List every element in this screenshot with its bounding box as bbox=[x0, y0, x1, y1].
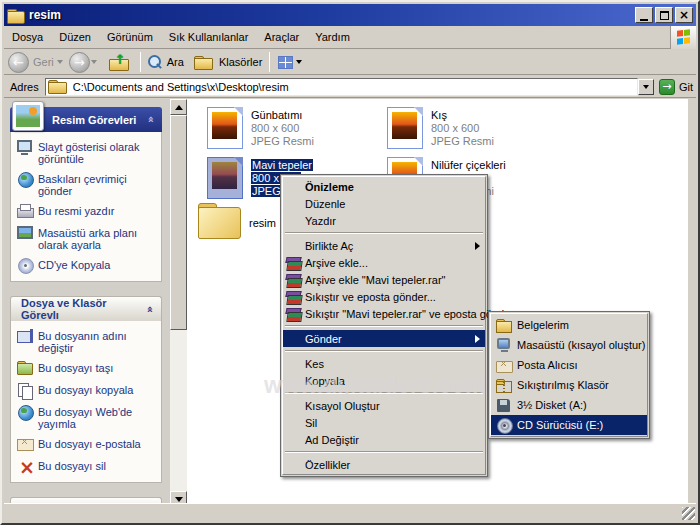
submenu-arrow-icon bbox=[475, 242, 480, 250]
wallpaper-icon bbox=[17, 226, 35, 241]
toolbar: ← Geri → ↑ Ara Klasörler bbox=[4, 50, 696, 75]
winrar-icon bbox=[286, 273, 300, 286]
cd-icon bbox=[17, 258, 35, 273]
search-label[interactable]: Ara bbox=[167, 56, 184, 68]
menu-item-kes[interactable]: Kes bbox=[283, 355, 485, 372]
menu-item-kopyala[interactable]: Kopyala bbox=[283, 372, 485, 389]
envelope-icon bbox=[17, 437, 35, 452]
go-button[interactable]: → Git bbox=[659, 79, 693, 95]
up-folder-button[interactable]: ↑ bbox=[109, 54, 129, 71]
menu-item-yazdir[interactable]: Yazdır bbox=[283, 212, 485, 229]
menu-duzen[interactable]: Düzen bbox=[51, 28, 99, 46]
sendto-posta-alicisi[interactable]: Posta Alıcısı bbox=[491, 355, 647, 375]
task-copy-file[interactable]: Bu dosyayı kopyala bbox=[17, 383, 157, 398]
menu-separator bbox=[285, 232, 483, 234]
file-name: Mavi tepeler bbox=[251, 159, 313, 171]
address-input[interactable]: C:\Documents and Settings\x\Desktop\resi… bbox=[45, 78, 638, 96]
toolbar-separator bbox=[269, 52, 270, 72]
task-email-file[interactable]: Bu dosyayı e-postala bbox=[17, 437, 157, 452]
menu-dosya[interactable]: Dosya bbox=[4, 28, 51, 46]
menu-item-gonder[interactable]: Gönder bbox=[283, 330, 485, 347]
file-tile-gunbatimi[interactable]: Günbatımı 800 x 600 JPEG Resmi bbox=[207, 107, 314, 149]
image-file-icon bbox=[207, 157, 243, 199]
search-icon[interactable] bbox=[146, 55, 161, 70]
task-copy-to-cd[interactable]: CD'ye Kopyala bbox=[17, 258, 157, 273]
task-pane: Resim Görevleri » Slayt gösterisi olarak… bbox=[4, 99, 170, 507]
sendto-belgelerim[interactable]: Belgelerim bbox=[491, 315, 647, 335]
menu-araclar[interactable]: Araçlar bbox=[256, 28, 307, 46]
menu-item-duzenle[interactable]: Düzenle bbox=[283, 195, 485, 212]
menu-item-birlikte-ac[interactable]: Birlikte Aç bbox=[283, 237, 485, 254]
menu-item-ad-degistir[interactable]: Ad Değiştir bbox=[283, 431, 485, 448]
folders-icon[interactable] bbox=[194, 56, 212, 69]
go-label: Git bbox=[679, 81, 693, 93]
slideshow-monitor-icon bbox=[17, 140, 35, 155]
folders-label[interactable]: Klasörler bbox=[219, 56, 262, 68]
taskpane-scrollbar[interactable] bbox=[170, 99, 187, 507]
menu-item-arsive-ekle[interactable]: Arşive ekle... bbox=[283, 254, 485, 271]
folder-tile-resim[interactable]: resim bbox=[197, 203, 276, 239]
chevron-up-icon[interactable]: » bbox=[144, 116, 157, 123]
menu-gorunum[interactable]: Görünüm bbox=[99, 28, 161, 46]
file-name: Kış bbox=[431, 109, 447, 121]
forward-dropdown-icon[interactable] bbox=[91, 60, 97, 64]
address-bar: Adres C:\Documents and Settings\x\Deskto… bbox=[4, 76, 696, 98]
file-type: JPEG Resmi bbox=[431, 135, 494, 147]
back-button[interactable]: ← bbox=[8, 52, 29, 73]
menu-separator bbox=[285, 392, 483, 394]
file-name: Günbatımı bbox=[251, 109, 302, 121]
resize-grip[interactable] bbox=[682, 507, 695, 520]
task-set-wallpaper[interactable]: Masaüstü arka planı olarak ayarla bbox=[17, 226, 157, 251]
menu-item-sikistir-eposta[interactable]: Sıkıştır ve eposta gönder... bbox=[283, 288, 485, 305]
windows-logo-icon bbox=[670, 26, 696, 49]
menu-item-onizleme[interactable]: Önizleme bbox=[283, 178, 485, 195]
file-dimensions: 800 x 600 bbox=[251, 122, 299, 134]
minimize-button[interactable] bbox=[635, 7, 653, 23]
title-bar: resim × bbox=[4, 4, 696, 26]
panel-header-file-tasks[interactable]: Dosya ve Klasör Görevlı » bbox=[10, 296, 162, 321]
toolbar-separator bbox=[140, 52, 141, 72]
sendto-masaustu[interactable]: Masaüstü (kısayol oluştur) bbox=[491, 335, 647, 355]
floppy-icon bbox=[496, 398, 512, 412]
chevron-up-icon[interactable]: » bbox=[143, 305, 156, 312]
menu-item-kisayol-olustur[interactable]: Kısayol Oluştur bbox=[283, 397, 485, 414]
globe-icon bbox=[17, 172, 35, 187]
scrollbar-thumb[interactable] bbox=[170, 115, 187, 330]
task-publish-file[interactable]: Bu dosyayı Web'de yayımla bbox=[17, 405, 157, 430]
views-button[interactable] bbox=[275, 54, 311, 71]
menu-sik-kullanilanlar[interactable]: Sık Kullanılanlar bbox=[161, 28, 257, 46]
globe-icon bbox=[17, 405, 35, 420]
file-dimensions: 800 x 600 bbox=[431, 122, 479, 134]
sendto-sikistirilmis-klasor[interactable]: Sıkıştırılmış Klasör bbox=[491, 375, 647, 395]
menu-bar: Dosya Düzen Görünüm Sık Kullanılanlar Ar… bbox=[4, 26, 696, 49]
back-dropdown-icon[interactable] bbox=[57, 60, 63, 64]
task-slideshow[interactable]: Slayt gösterisi olarak görüntüle bbox=[17, 140, 157, 165]
menu-item-ozellikler[interactable]: Özellikler bbox=[283, 456, 485, 473]
close-button[interactable]: × bbox=[675, 7, 693, 23]
panel-file-tasks: Dosya ve Klasör Görevlı » Bu dosyanın ad… bbox=[10, 296, 162, 483]
scroll-up-button[interactable] bbox=[170, 99, 187, 115]
forward-button[interactable]: → bbox=[69, 52, 90, 73]
winrar-icon bbox=[286, 307, 300, 320]
address-dropdown-button[interactable] bbox=[638, 79, 654, 95]
file-tile-kis[interactable]: Kış 800 x 600 JPEG Resmi bbox=[387, 107, 494, 149]
sendto-disket[interactable]: 3½ Disket (A:) bbox=[491, 395, 647, 415]
menu-item-arsive-ekle-rar[interactable]: Arşive ekle "Mavi tepeler.rar" bbox=[283, 271, 485, 288]
file-type: JPEG Resmi bbox=[251, 135, 314, 147]
cd-drive-icon bbox=[496, 418, 512, 432]
maximize-button[interactable] bbox=[655, 7, 673, 23]
menu-yardim[interactable]: Yardım bbox=[307, 28, 358, 46]
task-print-picture[interactable]: Bu resmi yazdır bbox=[17, 204, 157, 219]
task-order-prints[interactable]: Baskıları çevrimiçi gönder bbox=[17, 172, 157, 197]
sendto-cd-surucusu[interactable]: CD Sürücüsü (E:) bbox=[491, 415, 647, 435]
documents-folder-icon bbox=[496, 318, 512, 332]
task-rename-file[interactable]: Bu dosyanın adını değiştir bbox=[17, 329, 157, 354]
folder-icon bbox=[197, 203, 241, 239]
mail-recipient-icon bbox=[496, 358, 512, 372]
menu-separator bbox=[285, 325, 483, 327]
menu-item-sil[interactable]: Sil bbox=[283, 414, 485, 431]
menu-item-sikistir-rar-eposta[interactable]: Sıkıştır "Mavi tepeler.rar" ve eposta gö… bbox=[283, 305, 485, 322]
task-delete-file[interactable]: Bu dosyayı sil bbox=[17, 459, 157, 474]
task-move-file[interactable]: Bu dosyayı taşı bbox=[17, 361, 157, 376]
panel-picture-tasks: Resim Görevleri » Slayt gösterisi olarak… bbox=[10, 107, 162, 282]
